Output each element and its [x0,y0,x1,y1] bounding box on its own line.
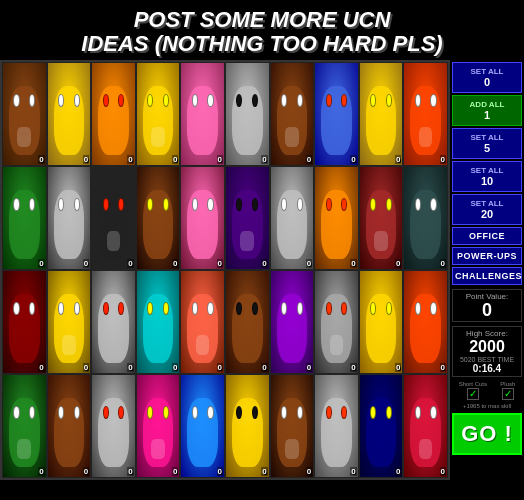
char-num-16: 0 [261,259,267,268]
character-cell-9[interactable]: 0 [359,62,404,166]
header-line2: IDEAS (NOTHING TOO HARD PLS) [4,32,520,56]
char-num-37: 0 [306,467,312,476]
char-num-23: 0 [127,363,133,372]
character-cell-36[interactable]: 0 [225,374,270,478]
char-num-18: 0 [350,259,356,268]
shortcuts-checkbox[interactable]: ✓ [467,388,479,400]
character-cell-24[interactable]: 0 [136,270,181,374]
character-cell-7[interactable]: 0 [270,62,315,166]
character-cell-37[interactable]: 0 [270,374,315,478]
set-all-0-button[interactable]: SET ALL 0 [452,62,522,93]
high-score-section: High Score: 2000 5020 BEST TIME 0:16.4 [452,326,522,377]
char-num-4: 0 [172,155,178,164]
char-num-15: 0 [217,259,223,268]
char-num-39: 0 [395,467,401,476]
char-num-22: 0 [83,363,89,372]
set-all-20-button[interactable]: SET ALL 20 [452,194,522,225]
power-ups-button[interactable]: POWER-UPS [452,247,522,265]
char-num-3: 0 [127,155,133,164]
char-num-24: 0 [172,363,178,372]
character-cell-5[interactable]: 0 [180,62,225,166]
char-num-31: 0 [38,467,44,476]
character-cell-22[interactable]: 0 [47,270,92,374]
char-num-17: 0 [306,259,312,268]
character-cell-27[interactable]: 0 [270,270,315,374]
character-cell-25[interactable]: 0 [180,270,225,374]
character-cell-1[interactable]: 0 [2,62,47,166]
character-cell-39[interactable]: 0 [359,374,404,478]
char-num-25: 0 [217,363,223,372]
char-num-5: 0 [217,155,223,164]
office-button[interactable]: OFFICE [452,227,522,245]
character-cell-2[interactable]: 0 [47,62,92,166]
character-cell-15[interactable]: 0 [180,166,225,270]
character-cell-29[interactable]: 0 [359,270,404,374]
character-cell-20[interactable]: 0 [403,166,448,270]
score-note: +1965 to max skill [452,403,522,409]
char-num-32: 0 [83,467,89,476]
char-num-9: 0 [395,155,401,164]
char-num-36: 0 [261,467,267,476]
high-score-value: 2000 [455,338,519,356]
set-all-5-button[interactable]: SET ALL 5 [452,128,522,159]
character-cell-33[interactable]: 0 [91,374,136,478]
char-num-26: 0 [261,363,267,372]
character-cell-28[interactable]: 0 [314,270,359,374]
go-button[interactable]: GO ! [452,413,522,455]
challenges-button[interactable]: CHALLENGES [452,267,522,285]
high-score-label: High Score: [455,329,519,338]
char-num-11: 0 [38,259,44,268]
character-cell-38[interactable]: 0 [314,374,359,478]
character-cell-12[interactable]: 0 [47,166,92,270]
character-cell-13[interactable]: 0 [91,166,136,270]
side-panel: SET ALL 0 ADD ALL 1 SET ALL 5 SET ALL 10… [450,60,524,480]
header: POST SOME MORE UCN IDEAS (NOTHING TOO HA… [0,0,524,60]
character-cell-18[interactable]: 0 [314,166,359,270]
character-cell-34[interactable]: 0 [136,374,181,478]
options-row: Short Cuts ✓ Plush ✓ [452,381,522,400]
character-cell-30[interactable]: 0 [403,270,448,374]
character-cell-35[interactable]: 0 [180,374,225,478]
character-cell-6[interactable]: 0 [225,62,270,166]
point-value: 0 [455,301,519,319]
character-cell-32[interactable]: 0 [47,374,92,478]
character-cell-19[interactable]: 0 [359,166,404,270]
character-cell-31[interactable]: 0 [2,374,47,478]
char-num-2: 0 [83,155,89,164]
char-num-20: 0 [440,259,446,268]
character-cell-17[interactable]: 0 [270,166,315,270]
char-num-29: 0 [395,363,401,372]
character-cell-11[interactable]: 0 [2,166,47,270]
character-cell-40[interactable]: 0 [403,374,448,478]
point-value-section: Point Value: 0 [452,289,522,322]
character-cell-8[interactable]: 0 [314,62,359,166]
plush-checkbox[interactable]: ✓ [502,388,514,400]
best-time-label: 5020 BEST TIME [455,356,519,363]
plush-option[interactable]: Plush ✓ [500,381,515,400]
char-num-19: 0 [395,259,401,268]
char-num-1: 0 [38,155,44,164]
character-cell-3[interactable]: 0 [91,62,136,166]
char-num-10: 0 [440,155,446,164]
header-line1: POST SOME MORE UCN [4,8,520,32]
shortcuts-option[interactable]: Short Cuts ✓ [459,381,487,400]
add-all-1-button[interactable]: ADD ALL 1 [452,95,522,126]
char-num-21: 0 [38,363,44,372]
char-num-30: 0 [440,363,446,372]
character-cell-14[interactable]: 0 [136,166,181,270]
set-all-10-button[interactable]: SET ALL 10 [452,161,522,192]
char-num-13: 0 [127,259,133,268]
character-cell-16[interactable]: 0 [225,166,270,270]
char-num-33: 0 [127,467,133,476]
character-cell-26[interactable]: 0 [225,270,270,374]
char-num-34: 0 [172,467,178,476]
character-cell-21[interactable]: 0 [2,270,47,374]
char-num-12: 0 [83,259,89,268]
char-num-28: 0 [350,363,356,372]
char-num-35: 0 [217,467,223,476]
char-num-8: 0 [350,155,356,164]
char-num-40: 0 [440,467,446,476]
character-cell-10[interactable]: 0 [403,62,448,166]
character-cell-23[interactable]: 0 [91,270,136,374]
character-cell-4[interactable]: 0 [136,62,181,166]
